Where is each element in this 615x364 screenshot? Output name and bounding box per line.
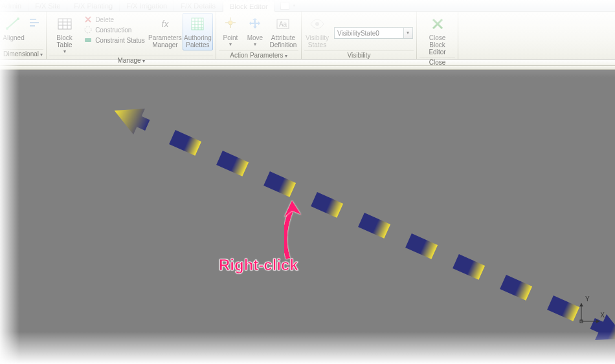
close-block-editor-button[interactable]: Close Block Editor <box>419 13 455 58</box>
construction-icon <box>84 25 93 34</box>
tab-swatch-empty-icon[interactable] <box>280 2 289 10</box>
manage-small-column: Delete Construction Constraint Status <box>81 13 148 45</box>
block-table-icon <box>55 15 74 33</box>
svg-rect-4 <box>85 38 91 42</box>
svg-rect-15 <box>311 192 343 218</box>
svg-rect-13 <box>216 151 249 177</box>
aligned-label: Aligned <box>3 34 24 41</box>
panel-action-parameters: Point ▾ Move ▾ Aa Attribute Definition A… <box>216 12 302 59</box>
attribute-definition-button[interactable]: Aa Attribute Definition <box>268 13 298 50</box>
ucs-icon: X Y <box>577 299 603 325</box>
aligned-icon <box>4 15 23 33</box>
block-table-label: Block Table <box>56 34 72 48</box>
constraint-status-icon <box>84 36 93 45</box>
drawing-canvas[interactable]: X Y <box>0 70 615 364</box>
authoring-palettes-button[interactable]: Authoring Palettes <box>183 13 213 50</box>
close-icon <box>428 15 447 33</box>
tab-fx-site[interactable]: F/X Site <box>28 0 67 11</box>
svg-rect-14 <box>263 171 296 197</box>
attribute-definition-icon: Aa <box>273 15 293 33</box>
panel-visibility: Visibility States ▾ Visibility <box>302 12 417 59</box>
dashed-arrow-object[interactable] <box>0 70 615 364</box>
panel-close-title: Close <box>419 58 455 67</box>
svg-rect-19 <box>500 275 532 301</box>
point-button[interactable]: Point ▾ <box>219 13 242 48</box>
move-icon <box>245 15 265 33</box>
svg-rect-16 <box>358 213 390 239</box>
ucs-y-label: Y <box>585 295 590 303</box>
ribbon-tabs: Admin F/X Site F/X Planting F/X Irrigati… <box>0 0 615 12</box>
authoring-palettes-icon <box>188 15 207 33</box>
panel-manage: Block Table ▾ Delete Construction <box>47 12 216 59</box>
parameters-manager-button[interactable]: fx Parameters Manager <box>149 13 181 50</box>
svg-rect-20 <box>547 295 579 321</box>
svg-point-7 <box>229 21 232 25</box>
panel-manage-title: Manage▾ <box>49 56 213 65</box>
parameters-manager-icon: fx <box>155 15 175 33</box>
panel-close: Close Block Editor Close <box>417 12 458 59</box>
visibility-states-icon <box>308 15 327 33</box>
svg-rect-18 <box>453 254 485 280</box>
chevron-down-icon: ▾ <box>254 43 256 47</box>
tab-extras: • <box>275 0 300 11</box>
chevron-down-icon: ▾ <box>63 50 66 54</box>
ucs-x-label: X <box>600 312 605 319</box>
svg-text:Aa: Aa <box>279 21 287 28</box>
panel-dimensional: Aligned Dimensional▾ <box>0 12 47 59</box>
svg-rect-12 <box>169 130 201 156</box>
move-button[interactable]: Move ▾ <box>243 13 267 48</box>
visibility-state-combo[interactable]: ▾ <box>334 16 413 50</box>
block-table-button[interactable]: Block Table ▾ <box>49 13 80 56</box>
tab-block-editor[interactable]: Block Editor <box>223 0 275 12</box>
parameters-manager-label: Parameters Manager <box>148 34 182 48</box>
svg-point-1 <box>17 17 19 20</box>
tab-admin[interactable]: Admin <box>0 0 28 11</box>
tab-kebab-icon[interactable]: • <box>293 2 295 9</box>
tab-fx-irrigation[interactable]: F/X Irrigation <box>120 0 174 11</box>
chevron-down-icon: ▾ <box>229 43 232 47</box>
svg-point-0 <box>6 27 8 30</box>
panel-visibility-title: Visibility <box>304 50 414 60</box>
svg-rect-17 <box>405 233 438 259</box>
svg-rect-2 <box>58 19 71 29</box>
tab-fx-planting[interactable]: F/X Planting <box>67 0 120 11</box>
svg-marker-11 <box>109 98 153 138</box>
constraint-status-button[interactable]: Constraint Status <box>81 35 148 45</box>
panel-dimensional-title: Dimensional▾ <box>3 49 43 59</box>
point-icon <box>221 15 240 33</box>
svg-text:fx: fx <box>161 19 169 29</box>
panel-action-parameters-title: Action Parameters▾ <box>219 50 298 60</box>
svg-point-3 <box>85 27 91 33</box>
ribbon: Aligned Dimensional▾ Block Table ▾ <box>0 12 615 59</box>
svg-point-10 <box>315 22 319 26</box>
authoring-palettes-label: Authoring Palettes <box>184 34 212 48</box>
dimensional-extra-icon <box>26 15 45 33</box>
delete-button[interactable]: Delete <box>81 14 148 25</box>
visibility-states-button: Visibility States <box>304 13 330 50</box>
aligned-button[interactable]: Aligned <box>3 13 25 43</box>
tab-fx-details[interactable]: F/X Details <box>174 0 223 11</box>
delete-icon <box>84 15 93 24</box>
visibility-state-input[interactable] <box>334 27 404 39</box>
visibility-state-dropdown-icon[interactable]: ▾ <box>404 27 413 39</box>
dimensional-extra-button[interactable] <box>26 13 45 35</box>
construction-button[interactable]: Construction <box>81 25 148 35</box>
